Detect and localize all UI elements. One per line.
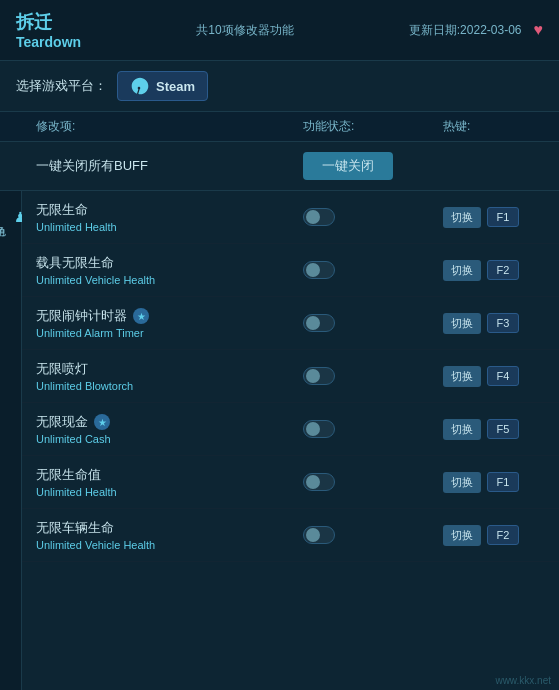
mod-name-en: Unlimited Cash xyxy=(36,433,303,445)
mod-name-cn: 无限车辆生命 xyxy=(36,519,303,537)
toggle-switch[interactable] xyxy=(303,420,335,438)
mod-name-en: Unlimited Vehicle Health xyxy=(36,274,303,286)
mod-names: 无限闹钟计时器★ Unlimited Alarm Timer xyxy=(36,307,303,339)
toggle-container xyxy=(303,526,443,544)
mod-name-cn: 载具无限生命 xyxy=(36,254,303,272)
hotkey-key: F3 xyxy=(487,313,519,333)
col-hotkey-header: 热键: xyxy=(443,118,543,135)
star-badge: ★ xyxy=(94,414,110,430)
hotkey-switch-button[interactable]: 切换 xyxy=(443,260,481,281)
table-row: 无限生命值 Unlimited Health 切换 F1 xyxy=(22,456,559,509)
mod-name-en: Unlimited Blowtorch xyxy=(36,380,303,392)
total-label: 共10项修改器功能 xyxy=(196,22,293,39)
update-date: 更新日期:2022-03-06 xyxy=(409,22,522,39)
hotkey-key: F1 xyxy=(487,472,519,492)
toggle-switch[interactable] xyxy=(303,208,335,226)
watermark: www.kkx.net xyxy=(495,675,551,686)
platform-section: 选择游戏平台： Steam xyxy=(0,61,559,112)
toggle-container xyxy=(303,367,443,385)
top-bar: 拆迁 Teardown 共10项修改器功能 更新日期:2022-03-06 ♥ xyxy=(0,0,559,61)
toggle-container xyxy=(303,420,443,438)
mod-names: 无限生命值 Unlimited Health xyxy=(36,466,303,498)
top-right: 更新日期:2022-03-06 ♥ xyxy=(409,21,543,39)
hotkey-switch-button[interactable]: 切换 xyxy=(443,472,481,493)
mod-name-cn: 无限现金★ xyxy=(36,413,303,431)
hotkey-switch-button[interactable]: 切换 xyxy=(443,207,481,228)
mod-name-en: Unlimited Vehicle Health xyxy=(36,539,303,551)
toggle-container xyxy=(303,473,443,491)
heart-icon[interactable]: ♥ xyxy=(534,21,544,39)
star-badge: ★ xyxy=(133,308,149,324)
hotkey-group: 切换 F3 xyxy=(443,313,543,334)
hotkey-switch-button[interactable]: 切换 xyxy=(443,525,481,546)
mod-names: 无限车辆生命 Unlimited Vehicle Health xyxy=(36,519,303,551)
title-block: 拆迁 Teardown xyxy=(16,10,81,50)
hotkey-key: F5 xyxy=(487,419,519,439)
mod-name-cn: 无限生命值 xyxy=(36,466,303,484)
toggle-switch[interactable] xyxy=(303,367,335,385)
one-key-row: 一键关闭所有BUFF 一键关闭 xyxy=(0,142,559,191)
mod-name-en: Unlimited Alarm Timer xyxy=(36,327,303,339)
toggle-container xyxy=(303,261,443,279)
platform-label: 选择游戏平台： xyxy=(16,77,107,95)
toggle-switch[interactable] xyxy=(303,261,335,279)
col-status-header: 功能状态: xyxy=(303,118,443,135)
steam-button[interactable]: Steam xyxy=(117,71,208,101)
title-cn: 拆迁 xyxy=(16,10,81,34)
steam-logo-icon xyxy=(130,76,150,96)
hotkey-group: 切换 F2 xyxy=(443,260,543,281)
hotkey-key: F2 xyxy=(487,260,519,280)
table-row: 载具无限生命 Unlimited Vehicle Health 切换 F2 xyxy=(22,244,559,297)
table-row: 无限喷灯 Unlimited Blowtorch 切换 F4 xyxy=(22,350,559,403)
hotkey-group: 切换 F1 xyxy=(443,472,543,493)
mod-names: 无限喷灯 Unlimited Blowtorch xyxy=(36,360,303,392)
hotkey-key: F2 xyxy=(487,525,519,545)
main-content: ♟ 角色 无限生命 Unlimited Health 切换 F1 载具无限生命 … xyxy=(0,191,559,690)
toggle-switch[interactable] xyxy=(303,526,335,544)
one-key-label: 一键关闭所有BUFF xyxy=(36,157,303,175)
hotkey-group: 切换 F1 xyxy=(443,207,543,228)
side-tab: ♟ 角色 xyxy=(0,191,22,690)
hotkey-key: F1 xyxy=(487,207,519,227)
table-row: 无限生命 Unlimited Health 切换 F1 xyxy=(22,191,559,244)
mod-names: 载具无限生命 Unlimited Vehicle Health xyxy=(36,254,303,286)
mod-name-en: Unlimited Health xyxy=(36,221,303,233)
table-row: 无限闹钟计时器★ Unlimited Alarm Timer 切换 F3 xyxy=(22,297,559,350)
table-row: 无限现金★ Unlimited Cash 切换 F5 xyxy=(22,403,559,456)
mod-name-en: Unlimited Health xyxy=(36,486,303,498)
mod-names: 无限现金★ Unlimited Cash xyxy=(36,413,303,445)
mod-list: 无限生命 Unlimited Health 切换 F1 载具无限生命 Unlim… xyxy=(22,191,559,690)
title-en: Teardown xyxy=(16,34,81,50)
hotkey-group: 切换 F5 xyxy=(443,419,543,440)
one-key-button[interactable]: 一键关闭 xyxy=(303,152,393,180)
hotkey-switch-button[interactable]: 切换 xyxy=(443,313,481,334)
steam-label: Steam xyxy=(156,79,195,94)
toggle-switch[interactable] xyxy=(303,473,335,491)
hotkey-switch-button[interactable]: 切换 xyxy=(443,366,481,387)
hotkey-switch-button[interactable]: 切换 xyxy=(443,419,481,440)
hotkey-group: 切换 F2 xyxy=(443,525,543,546)
mod-name-cn: 无限喷灯 xyxy=(36,360,303,378)
mod-name-cn: 无限生命 xyxy=(36,201,303,219)
table-row: 无限车辆生命 Unlimited Vehicle Health 切换 F2 xyxy=(22,509,559,562)
hotkey-key: F4 xyxy=(487,366,519,386)
col-mod-header: 修改项: xyxy=(36,118,303,135)
toggle-switch[interactable] xyxy=(303,314,335,332)
toggle-container xyxy=(303,208,443,226)
mod-table-header: 修改项: 功能状态: 热键: xyxy=(0,112,559,142)
hotkey-group: 切换 F4 xyxy=(443,366,543,387)
toggle-container xyxy=(303,314,443,332)
mod-names: 无限生命 Unlimited Health xyxy=(36,201,303,233)
mod-name-cn: 无限闹钟计时器★ xyxy=(36,307,303,325)
